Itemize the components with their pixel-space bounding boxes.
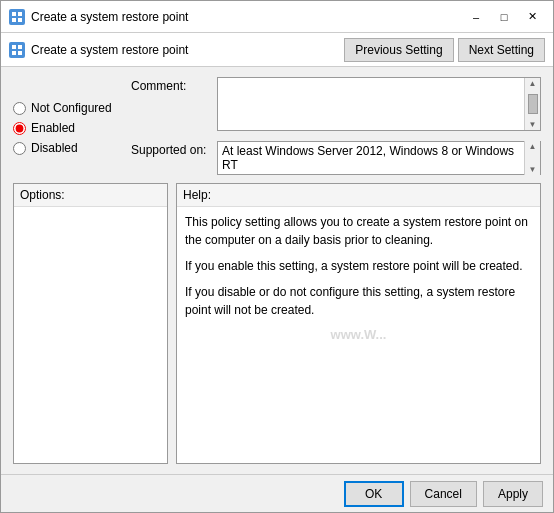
comment-input[interactable]	[218, 78, 524, 130]
ok-button[interactable]: OK	[344, 481, 404, 507]
radio-enabled[interactable]: Enabled	[13, 121, 123, 135]
help-para-2: If you enable this setting, a system res…	[185, 257, 532, 275]
radio-not-configured-label: Not Configured	[31, 101, 112, 115]
svg-rect-3	[18, 18, 22, 22]
help-panel: Help: www.W... This policy setting allow…	[176, 183, 541, 464]
svg-rect-6	[12, 51, 16, 55]
svg-rect-1	[18, 12, 22, 16]
supported-scrollbar[interactable]: ▲ ▼	[524, 141, 540, 175]
help-header: Help:	[177, 184, 540, 207]
close-button[interactable]: ✕	[519, 7, 545, 27]
radio-not-configured[interactable]: Not Configured	[13, 101, 123, 115]
svg-rect-4	[12, 45, 16, 49]
apply-button[interactable]: Apply	[483, 481, 543, 507]
title-bar-left: Create a system restore point	[9, 9, 188, 25]
comment-scrollbar[interactable]: ▲ ▼	[524, 78, 540, 130]
radio-not-configured-input[interactable]	[13, 102, 26, 115]
supported-wrapper: At least Windows Server 2012, Windows 8 …	[217, 141, 541, 175]
comment-row: Comment: ▲ ▼	[131, 77, 541, 131]
scroll-thumb	[528, 94, 538, 114]
radio-disabled[interactable]: Disabled	[13, 141, 123, 155]
svg-rect-0	[12, 12, 16, 16]
window-icon	[9, 9, 25, 25]
radio-enabled-input[interactable]	[13, 122, 26, 135]
next-setting-button[interactable]: Next Setting	[458, 38, 545, 62]
radio-disabled-input[interactable]	[13, 142, 26, 155]
top-section: Not Configured Enabled Disabled Comment:	[13, 77, 541, 175]
supported-value: At least Windows Server 2012, Windows 8 …	[218, 142, 524, 174]
radio-enabled-label: Enabled	[31, 121, 75, 135]
action-bar: OK Cancel Apply	[1, 474, 553, 512]
maximize-button[interactable]: □	[491, 7, 517, 27]
help-para-1: This policy setting allows you to create…	[185, 213, 532, 249]
content-area: Not Configured Enabled Disabled Comment:	[1, 67, 553, 474]
subtitle-bar: Create a system restore point Previous S…	[1, 33, 553, 67]
watermark: www.W...	[331, 325, 387, 345]
scroll-down-arrow[interactable]: ▼	[529, 120, 537, 129]
radio-disabled-label: Disabled	[31, 141, 78, 155]
minimize-button[interactable]: –	[463, 7, 489, 27]
svg-rect-5	[18, 45, 22, 49]
subtitle-left: Create a system restore point	[9, 42, 188, 58]
main-window: Create a system restore point – □ ✕ Crea…	[0, 0, 554, 513]
radio-column: Not Configured Enabled Disabled	[13, 77, 123, 175]
supported-row: Supported on: At least Windows Server 20…	[131, 141, 541, 175]
prev-setting-button[interactable]: Previous Setting	[344, 38, 453, 62]
comment-label: Comment:	[131, 77, 211, 93]
supported-scroll-down[interactable]: ▼	[529, 165, 537, 174]
options-body	[14, 207, 167, 463]
supported-label: Supported on:	[131, 141, 211, 157]
right-fields: Comment: ▲ ▼ Supported on: At least Wind…	[131, 77, 541, 175]
scroll-up-arrow[interactable]: ▲	[529, 79, 537, 88]
options-header: Options:	[14, 184, 167, 207]
cancel-button[interactable]: Cancel	[410, 481, 477, 507]
bottom-section: Options: Help: www.W... This policy sett…	[13, 183, 541, 464]
svg-rect-2	[12, 18, 16, 22]
title-bar: Create a system restore point – □ ✕	[1, 1, 553, 33]
options-panel: Options:	[13, 183, 168, 464]
subtitle-text: Create a system restore point	[31, 43, 188, 57]
comment-wrapper: ▲ ▼	[217, 77, 541, 131]
subtitle-icon	[9, 42, 25, 58]
help-para-3: If you disable or do not configure this …	[185, 283, 532, 319]
nav-buttons: Previous Setting Next Setting	[344, 38, 545, 62]
title-controls: – □ ✕	[463, 7, 545, 27]
supported-scroll-up[interactable]: ▲	[529, 142, 537, 151]
svg-rect-7	[18, 51, 22, 55]
help-body: www.W... This policy setting allows you …	[177, 207, 540, 463]
title-text: Create a system restore point	[31, 10, 188, 24]
